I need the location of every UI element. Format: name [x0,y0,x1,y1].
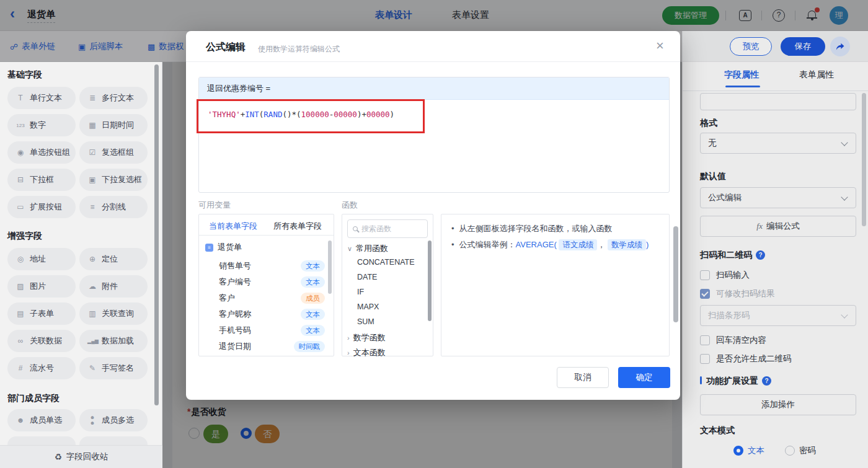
sidebar-item-signature[interactable]: ✎手写签名 [79,357,148,379]
variables-scrollbar[interactable] [328,241,332,294]
field-title-input[interactable] [700,93,856,110]
tab-form-design[interactable]: 表单设计 [375,9,412,21]
function-item-concatenate[interactable]: CONCATENATE [357,258,415,267]
function-item-mapx[interactable]: MAPX [357,302,379,311]
sidebar-item-linked-query[interactable]: ▥关联查询 [79,302,148,325]
data-permission-button[interactable]: ▩ 数据权 [148,40,184,53]
function-group-expanded[interactable]: ∨常用函数 [347,243,388,254]
sidebar-item-partial[interactable] [7,436,76,445]
sidebar-item-address[interactable]: ◎地址 [7,248,76,270]
sidebar-item-radio-group[interactable]: ◉单选按钮组 [7,141,76,164]
dropdown-multi-icon: ▣ [87,175,97,184]
function-search-input[interactable] [361,224,417,233]
function-item-date[interactable]: DATE [357,273,377,281]
sidebar-item-single-line-text[interactable]: T单行文本 [7,87,76,109]
dept-fields-grid: ☻成员单选☻☻成员多选 [7,409,155,431]
help-icon[interactable]: ? [773,9,785,22]
enter-clear-checkbox-row[interactable]: 回车清空内容 [700,335,766,346]
checkbox-unchecked-icon[interactable] [700,354,710,364]
save-button[interactable]: 保存 [781,37,825,56]
sidebar-item-data-load[interactable]: ▂▄▆数据加载 [79,330,148,352]
tab-current-form-fields[interactable]: 当前表单字段 [209,221,257,232]
confirm-button[interactable]: 确定 [618,367,670,388]
notification-bell-icon[interactable] [806,9,818,21]
function-group-collapsed[interactable]: ›文本函数 [347,347,386,358]
function-group-collapsed[interactable]: ›数学函数 [347,332,386,343]
variable-row-mobile-number[interactable]: 手机号码文本 [219,322,325,338]
receive-no-pill[interactable]: 否 [255,425,280,443]
user-avatar[interactable]: 理 [830,6,848,25]
default-value-select[interactable]: 公式编辑 [700,187,856,208]
receive-yes-radio[interactable] [188,428,200,439]
back-icon[interactable]: ‹ [10,5,15,22]
sidebar-item-dropdown[interactable]: ⊟下拉框 [7,169,76,191]
format-select[interactable]: 无 [700,133,856,154]
tab-form-properties[interactable]: 表单属性 [799,69,834,81]
tab-form-settings[interactable]: 表单设置 [452,9,489,21]
panel-scrollbar[interactable] [862,93,866,226]
variable-row-return-date[interactable]: 退货日期时间戳 [219,338,325,355]
function-item-sum[interactable]: SUM [357,317,374,326]
modify-scan-checkbox-row[interactable]: 可修改扫码结果 [700,288,775,299]
sidebar-item-serial-number[interactable]: #流水号 [7,357,76,379]
function-search[interactable] [347,219,428,238]
sidebar-item-member-single[interactable]: ☻成员单选 [7,409,76,431]
checkbox-unchecked-icon[interactable] [700,335,710,345]
sidebar-item-attachment[interactable]: ☁附件 [79,275,148,298]
variable-row-sales-order-no[interactable]: 销售单号文本 [219,258,325,274]
sidebar-item-image[interactable]: ▨图片 [7,275,76,298]
sidebar-item-location[interactable]: ⊕定位 [79,248,148,270]
sidebar-item-subform[interactable]: ▤子表单 [7,302,76,325]
data-manage-button[interactable]: 数据管理 [662,6,719,25]
formula-expression[interactable]: 'THYHQ'+INT(RAND()*(100000-00000)+00000) [208,110,394,119]
required-asterisk: * [187,407,190,417]
sidebar-item-multi-line-text[interactable]: ≣多行文本 [79,87,148,109]
cancel-button[interactable]: 取消 [557,367,609,388]
tab-all-form-fields[interactable]: 所有表单字段 [273,221,322,232]
help-circle-icon[interactable]: ? [756,250,765,260]
sidebar-item-member-multi[interactable]: ☻☻成员多选 [79,409,148,431]
form-title[interactable]: 退货单 [27,9,55,23]
radio-text-selected[interactable] [733,446,743,456]
share-button[interactable] [830,37,850,56]
variable-row-customer[interactable]: 客户成员 [219,290,325,306]
scan-input-checkbox-row[interactable]: 扫码输入 [700,270,750,281]
allow-qr-checkbox-row[interactable]: 是否允许生成二维码 [700,353,792,364]
tab-field-properties[interactable]: 字段属性 [724,69,759,81]
function-item-if[interactable]: IF [357,288,364,296]
sidebar-item-datetime[interactable]: ▦日期时间 [79,114,148,136]
checkbox-unchecked-icon[interactable] [700,270,710,280]
sidebar-item-extend-button[interactable]: ▭扩展按钮 [7,196,76,218]
close-icon[interactable]: × [656,38,664,54]
sidebar-item-partial[interactable] [79,436,148,445]
functions-scrollbar[interactable] [428,241,432,321]
sidebar-scrollbar[interactable] [154,64,159,405]
variables-label: 可用变量 [198,200,231,211]
receive-yes-pill[interactable]: 是 [203,425,228,443]
receive-no-radio[interactable] [241,428,252,439]
sidebar-item-number[interactable]: 123数字 [7,114,76,136]
preview-button[interactable]: 预览 [730,37,772,56]
sidebar-item-divider[interactable]: ≡分割线 [79,196,148,218]
formula-editor[interactable]: 退回优惠券编号 = 'THYHQ'+INT(RAND()*(100000-000… [198,77,670,193]
checkbox-checked-icon[interactable] [700,289,710,299]
sidebar-item-label: 手写签名 [102,363,134,374]
sidebar-item-linked-data[interactable]: ∞关联数据 [7,330,76,352]
radio-password[interactable] [785,446,795,456]
sidebar-item-dropdown-multi[interactable]: ▣下拉复选框 [79,169,148,191]
sidebar-item-checkbox-group[interactable]: ☑复选框组 [79,141,148,164]
add-action-button[interactable]: 添加操作 [700,394,856,415]
script-icon: ▣ [78,43,86,51]
field-recycle-bin[interactable]: ♻ 字段回收站 [0,445,162,468]
variable-row-customer-nickname[interactable]: 客户昵称文本 [219,306,325,322]
help-circle-icon[interactable]: ? [762,376,771,386]
edit-formula-button[interactable]: fx编辑公式 [700,216,856,237]
docs-icon[interactable]: A [739,10,751,21]
form-external-link-button[interactable]: ☍ 表单外链 [10,40,55,53]
backend-script-button[interactable]: ▣ 后端脚本 [78,40,123,53]
toolbar-item-label: 后端脚本 [89,41,123,52]
barcode-select[interactable]: 扫描条形码 [700,305,856,326]
variables-root-node[interactable]: ≡ 退货单 [205,242,242,253]
variable-row-customer-no[interactable]: 客户编号文本 [219,274,325,290]
content-scrollbar[interactable] [673,226,678,322]
